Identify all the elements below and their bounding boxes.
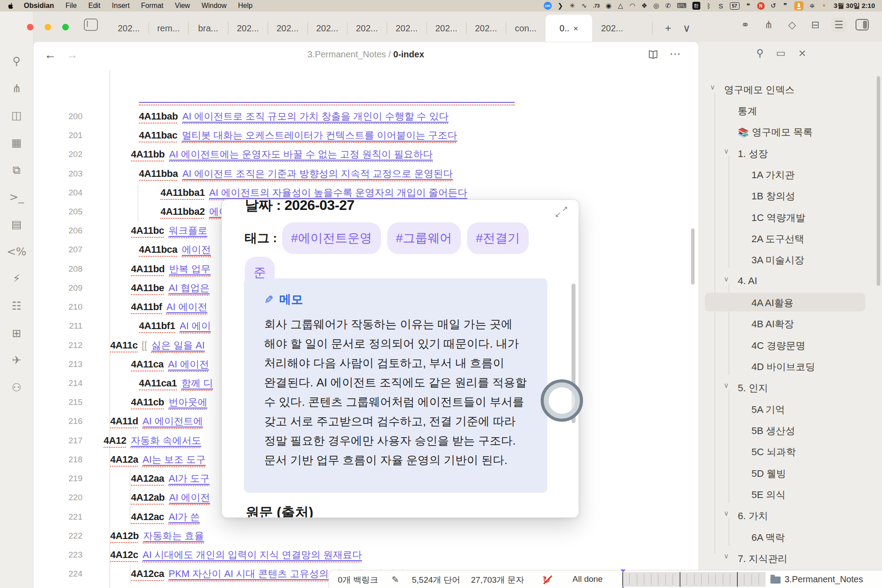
menu-item[interactable]: View — [175, 2, 190, 10]
breadcrumb-file[interactable]: 0-index — [393, 49, 424, 59]
editor-scrollbar[interactable] — [691, 228, 695, 285]
tab[interactable]: 202... — [592, 15, 632, 42]
tab[interactable]: 202... — [307, 15, 347, 42]
outline-item[interactable]: ∨ 📚5E 의식 — [705, 485, 865, 503]
tab[interactable]: bra... — [188, 15, 228, 42]
menu-status-icon[interactable]: △ — [617, 2, 624, 10]
breadcrumb-folder[interactable]: 3.Permanent_Notes — [307, 49, 386, 59]
tag-pill[interactable]: #에이전트운영 — [282, 222, 381, 254]
ribbon-icon[interactable]: >_ — [0, 188, 33, 206]
tag-pill[interactable]: #그룹웨어 — [387, 222, 461, 254]
menu-status-icon[interactable]: ❝ — [745, 2, 751, 10]
chevron-down-icon[interactable]: ∨ — [724, 381, 729, 390]
outline-item[interactable]: ∨ 📚4B AI확장 — [705, 314, 865, 333]
close-window-button[interactable] — [27, 24, 34, 30]
outline-item[interactable]: ∨ 📚1. 성장 — [705, 144, 865, 162]
tab[interactable]: 202... — [466, 15, 506, 42]
chevron-down-icon[interactable]: ∨ — [724, 147, 729, 155]
ribbon-icon[interactable]: ☷ — [0, 297, 33, 315]
tab[interactable]: 202... — [228, 15, 268, 42]
outline-item[interactable]: ∨ 📚영구메모 목록 — [705, 122, 865, 141]
sync-status-text[interactable]: All done — [572, 574, 603, 584]
tab[interactable]: 202... — [268, 15, 307, 42]
progress-slider[interactable] — [622, 572, 766, 587]
menu-app-name[interactable]: Obsidian — [24, 2, 54, 10]
menu-item[interactable]: Help — [238, 2, 253, 10]
menu-status-icon[interactable]: ⌨ — [677, 2, 687, 10]
note-link[interactable]: AI 에이전트 조직은 기준과 방향성의 지속적 교정으로 운영된다 — [182, 167, 453, 180]
menu-status-icon[interactable]: ❖ — [641, 2, 647, 10]
outline-item[interactable]: ∨ 📚4C 경량문명 — [705, 336, 865, 354]
vault-switcher[interactable]: 3.Permanent_Notes — [770, 574, 863, 584]
ribbon-icon[interactable]: ⚇ — [0, 379, 33, 397]
forward-button[interactable]: → — [67, 48, 78, 62]
sync-disabled-icon[interactable]: ↻ — [542, 574, 553, 585]
tab[interactable]: con... — [506, 15, 546, 42]
note-link[interactable]: 반복 업무 — [169, 262, 210, 276]
menu-status-icon[interactable]: ≑ — [809, 2, 815, 10]
search-icon[interactable]: ⚲ — [756, 47, 764, 59]
outline-item[interactable]: ∨ 📚통계 — [705, 101, 865, 120]
chevron-down-icon[interactable]: ∨ — [724, 509, 729, 517]
outline-item[interactable]: ∨ 📚2A 도구선택 — [705, 229, 865, 247]
ribbon-icon[interactable]: <% — [0, 243, 33, 261]
note-link[interactable]: 번아웃에 — [168, 396, 207, 409]
menu-item[interactable]: Insert — [112, 2, 130, 10]
note-link[interactable]: AI 협업은 — [168, 281, 209, 295]
outline-item[interactable]: ∨ 📚1C 역량개발 — [705, 208, 865, 226]
menu-status-icon[interactable]: ✳ — [569, 2, 576, 10]
menu-status-icon[interactable]: N — [757, 2, 765, 10]
outline-item[interactable]: ∨ 📚6A 맥락 — [705, 528, 865, 546]
note-link[interactable]: 에이전 — [182, 243, 211, 256]
breadcrumb[interactable]: 3.Permanent_Notes / 0-index — [121, 49, 610, 60]
outgoing-links-icon[interactable]: ⚭ — [738, 17, 753, 32]
close-icon[interactable]: × — [798, 47, 807, 59]
tab[interactable]: 202... — [387, 15, 426, 42]
outline-item[interactable]: ∨ 📚6. 가치 — [705, 506, 865, 524]
menu-status-icon[interactable]: ❯ — [557, 2, 564, 10]
more-options-icon[interactable]: ⋯ — [669, 47, 681, 61]
menu-status-icon[interactable]: 한 — [692, 2, 700, 10]
note-link[interactable]: AI 에이전트에는 운영자도 바꿀 수 없는 고정 원칙이 필요하다 — [169, 148, 433, 161]
note-link[interactable]: 멀티봇 대화는 오케스트레이터가 컨텍스트를 이어붙이는 구조다 — [182, 129, 457, 142]
note-link[interactable]: 워크플로 — [168, 224, 207, 237]
tab-list-dropdown-button[interactable]: ∨ — [677, 22, 696, 34]
tag-pill[interactable]: #전결기 — [467, 222, 529, 254]
outline-icon[interactable]: ☰ — [831, 17, 846, 32]
tab[interactable]: 0.. × — [546, 15, 592, 42]
menu-clock[interactable]: 3월 30일 2:10 — [834, 2, 875, 10]
menu-status-icon[interactable] — [794, 1, 804, 11]
outline-item[interactable]: ∨ 📚7. 지식관리 — [705, 549, 865, 567]
ribbon-icon[interactable]: ⋔ — [0, 80, 33, 97]
menu-status-icon[interactable]: ∿ — [581, 2, 587, 10]
note-link[interactable]: AI 시대에도 개인의 입력이 지식 연결망의 원재료다 — [142, 548, 362, 562]
ribbon-icon[interactable]: ⚡ — [0, 270, 33, 288]
expand-icon[interactable]: ▭ — [776, 47, 786, 59]
note-link[interactable]: AI 에이전트의 자율성이 높을수록 운영자의 개입이 줄어든다 — [209, 186, 467, 199]
menu-item[interactable]: Format — [141, 2, 164, 10]
menu-status-icon[interactable]: S — [718, 2, 724, 10]
word-count[interactable]: 5,524개 단어 — [412, 574, 460, 586]
edit-mode-pencil-icon[interactable]: ✎ — [392, 574, 399, 585]
menu-status-icon[interactable]: ◎ — [653, 2, 659, 10]
note-link[interactable]: AI 에이 — [179, 319, 211, 333]
outline-item[interactable]: ∨ 📚5C 뇌과학 — [705, 442, 865, 461]
menu-status-icon[interactable]: • — [821, 2, 827, 10]
ribbon-icon[interactable]: ⊞ — [0, 325, 33, 342]
note-link[interactable]: AI 에이전 — [166, 300, 207, 314]
backlinks-count[interactable]: 0개 백링크 — [338, 574, 378, 586]
tab-close-icon[interactable]: × — [573, 24, 578, 33]
right-sidebar-toggle-icon[interactable] — [855, 17, 870, 32]
menu-status-icon[interactable]: .73 — [593, 2, 600, 10]
new-tab-button[interactable]: + — [659, 22, 677, 34]
chevron-down-icon[interactable]: ∨ — [724, 552, 729, 560]
open-in-pane-icon[interactable]: ↗ ↙ — [555, 205, 568, 218]
char-count[interactable]: 27,703개 문자 — [471, 574, 524, 586]
outline-item[interactable]: ∨ 📚1B 창의성 — [705, 186, 865, 205]
outline-item[interactable]: ∨ 📚5D 웰빙 — [705, 464, 865, 482]
menu-item[interactable]: File — [65, 2, 77, 10]
ribbon-icon[interactable]: ▦ — [0, 134, 33, 152]
outline-item[interactable]: ∨ 📚1A 가치관 — [705, 165, 865, 184]
note-link[interactable]: AI는 보조 도구 — [142, 453, 206, 466]
menu-item[interactable]: Window — [202, 2, 227, 10]
